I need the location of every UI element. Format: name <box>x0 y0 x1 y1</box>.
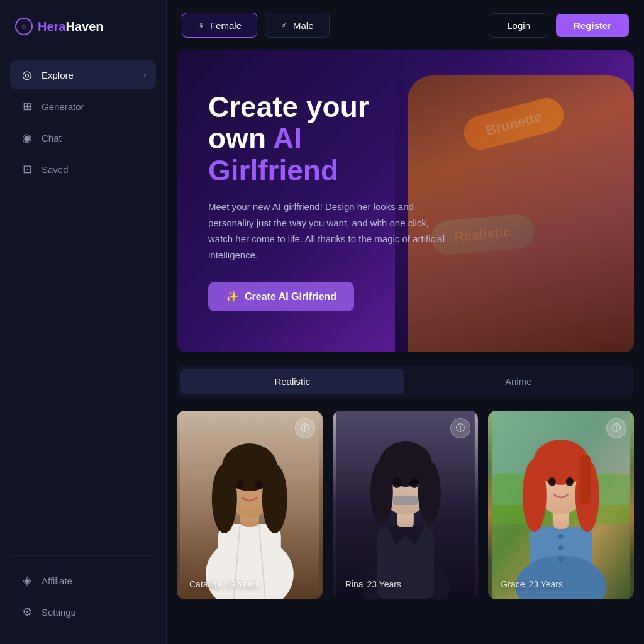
logo-brand-part1: Hera <box>38 19 65 33</box>
female-icon: ♀ <box>197 19 205 31</box>
register-button[interactable]: Register <box>556 14 629 37</box>
svg-rect-21 <box>392 496 418 505</box>
chevron-right-icon: › <box>143 70 146 80</box>
hero-title: Create your own AI Girlfriend <box>208 91 447 187</box>
realistic-tab-label: Realistic <box>274 376 310 387</box>
grace-name: Grace <box>501 579 525 589</box>
sidebar-item-label: Saved <box>42 164 69 175</box>
svg-point-6 <box>212 464 237 533</box>
svg-point-36 <box>558 545 564 550</box>
logo-text: HeraHaven <box>38 19 104 34</box>
explore-icon: ◎ <box>20 68 34 82</box>
saved-icon: ⊡ <box>20 162 34 176</box>
main-content: ♀ Female ♂ Male Login Register Create yo… <box>167 0 644 644</box>
sidebar-item-label: Chat <box>42 133 62 143</box>
cta-label: Create AI Girlfriend <box>245 291 336 303</box>
rina-age: 23 Years <box>367 579 401 589</box>
sidebar-item-chat[interactable]: ◉ Chat <box>10 123 156 152</box>
cards-grid: ⓘ Catalina19 Years <box>177 411 634 599</box>
svg-point-9 <box>255 480 263 489</box>
svg-point-8 <box>236 480 244 489</box>
hero-title-girlfriend: Girlfriend <box>208 154 338 187</box>
login-button[interactable]: Login <box>489 13 548 38</box>
hero-content: Create your own AI Girlfriend Meet your … <box>177 60 479 343</box>
male-label: Male <box>293 20 314 31</box>
svg-point-37 <box>558 557 564 562</box>
logo-brand-part2: Haven <box>65 19 103 33</box>
generator-icon: ⊞ <box>20 99 34 113</box>
card-grace[interactable]: ⓘ Grace23 Years <box>488 411 634 599</box>
svg-point-18 <box>381 461 429 486</box>
svg-point-30 <box>523 459 547 532</box>
female-filter-button[interactable]: ♀ Female <box>182 13 257 38</box>
sidebar-nav: ◎ Explore › ⊞ Generator ◉ Chat ⊡ Saved <box>10 60 156 555</box>
rina-name: Rina <box>345 579 364 589</box>
sidebar-item-label: Affiliate <box>42 575 72 586</box>
sidebar-item-label: Settings <box>42 607 75 618</box>
card-rina-image <box>333 411 479 599</box>
svg-point-19 <box>392 478 401 488</box>
grace-info-button[interactable]: ⓘ <box>606 418 626 438</box>
catalina-svg <box>177 411 323 599</box>
filter-tabs: Realistic Anime <box>177 365 634 398</box>
tab-realistic[interactable]: Realistic <box>180 369 404 394</box>
hero-title-ai: AI <box>273 122 302 155</box>
hero-description: Meet your new AI girlfriend! Design her … <box>208 199 447 263</box>
anime-tab-label: Anime <box>505 376 532 387</box>
male-icon: ♂ <box>280 19 288 31</box>
card-rina[interactable]: ⓘ Rina23 Years <box>333 411 479 599</box>
hero-banner: Create your own AI Girlfriend Meet your … <box>177 50 634 352</box>
male-filter-button[interactable]: ♂ Male <box>265 13 330 38</box>
hero-title-line1: Create your <box>208 91 369 123</box>
sidebar: ○ HeraHaven ◎ Explore › ⊞ Generator ◉ Ch… <box>0 0 167 644</box>
svg-point-20 <box>409 478 418 488</box>
female-label: Female <box>210 20 242 31</box>
grace-label: Grace23 Years <box>497 576 563 591</box>
svg-point-33 <box>548 477 556 486</box>
hero-title-line2-plain: own <box>208 122 273 155</box>
svg-point-7 <box>262 464 287 533</box>
sidebar-item-explore[interactable]: ◎ Explore › <box>10 60 156 89</box>
catalina-label: Catalina19 Years <box>186 576 260 591</box>
logo: ○ HeraHaven <box>10 18 156 35</box>
affiliate-icon: ◈ <box>20 574 34 587</box>
svg-rect-32 <box>580 455 591 505</box>
svg-point-35 <box>558 534 564 539</box>
catalina-name: Catalina <box>189 579 221 589</box>
grace-age: 23 Years <box>528 579 563 589</box>
logo-icon: ○ <box>15 18 33 35</box>
card-catalina[interactable]: ⓘ Catalina19 Years <box>177 411 323 599</box>
page-header: ♀ Female ♂ Male Login Register <box>167 0 644 50</box>
create-ai-girlfriend-button[interactable]: ✨ Create AI Girlfriend <box>208 282 354 311</box>
rina-svg <box>333 411 479 599</box>
catalina-info-button[interactable]: ⓘ <box>295 418 315 438</box>
sidebar-item-label: Generator <box>42 101 84 112</box>
sidebar-bottom-nav: ◈ Affiliate ⚙ Settings <box>10 555 156 626</box>
card-grace-image <box>488 411 634 599</box>
svg-point-34 <box>566 477 574 486</box>
sidebar-item-label: Explore <box>42 70 74 80</box>
sidebar-item-settings[interactable]: ⚙ Settings <box>10 597 156 626</box>
grace-svg <box>488 411 634 599</box>
sidebar-item-saved[interactable]: ⊡ Saved <box>10 155 156 184</box>
tab-anime[interactable]: Anime <box>407 369 631 394</box>
card-catalina-image <box>177 411 323 599</box>
catalina-age: 19 Years <box>225 579 260 589</box>
magic-wand-icon: ✨ <box>226 291 238 303</box>
sidebar-item-generator[interactable]: ⊞ Generator <box>10 92 156 121</box>
sidebar-item-affiliate[interactable]: ◈ Affiliate <box>10 566 156 595</box>
rina-label: Rina23 Years <box>341 576 401 591</box>
settings-icon: ⚙ <box>20 605 34 619</box>
chat-icon: ◉ <box>20 131 34 145</box>
